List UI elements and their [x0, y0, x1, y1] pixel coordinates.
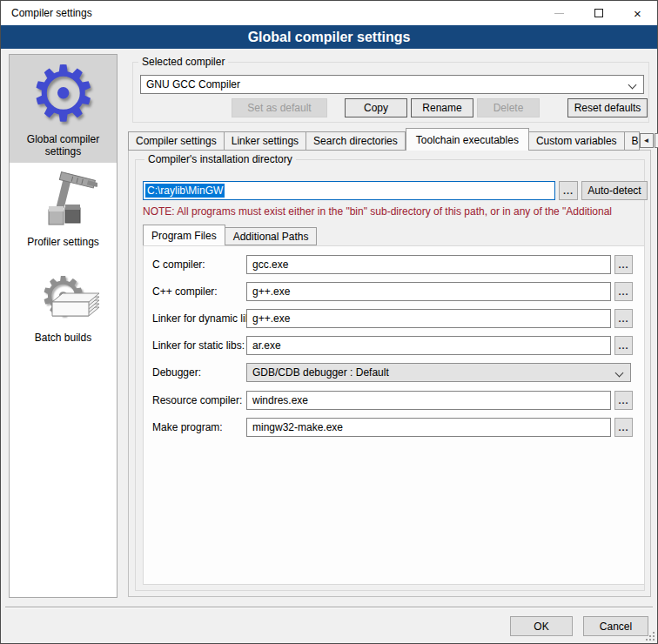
reset-defaults-button[interactable]: Reset defaults	[567, 98, 648, 117]
compiler-select-value: GNU GCC Compiler	[146, 78, 240, 91]
linker-static-browse-button[interactable]: ...	[614, 336, 633, 355]
installation-directory-browse-button[interactable]: ...	[559, 181, 578, 200]
ok-button[interactable]: OK	[510, 616, 573, 636]
resize-grip-icon[interactable]	[646, 632, 655, 641]
tab-additional-paths[interactable]: Additional Paths	[225, 227, 318, 245]
cpp-compiler-value: g++.exe	[252, 285, 290, 298]
debugger-value: GDB/CDB debugger : Default	[252, 366, 389, 379]
sidebar-item-label: Global compiler settings	[11, 133, 115, 158]
close-button[interactable]: ×	[618, 1, 657, 25]
resource-compiler-browse-button[interactable]: ...	[614, 391, 633, 410]
sidebar-item-global-compiler-settings[interactable]: ⚙ Global compiler settings	[10, 55, 117, 163]
linker-static-value: ar.exe	[252, 339, 281, 352]
delete-button[interactable]: Delete	[477, 98, 540, 117]
installation-note: NOTE: All programs must exist either in …	[143, 205, 644, 218]
footer-divider	[5, 607, 653, 608]
resource-compiler-label: Resource compiler:	[152, 394, 242, 406]
banner-title: Global compiler settings	[248, 30, 411, 45]
make-program-value: mingw32-make.exe	[252, 421, 343, 433]
c-compiler-input[interactable]: gcc.exe	[246, 255, 611, 274]
tab-linker-settings[interactable]: Linker settings	[225, 131, 306, 151]
cpp-compiler-label: C++ compiler:	[152, 285, 218, 298]
installation-directory-legend: Compiler's installation directory	[144, 153, 296, 165]
settings-sidebar: ⚙ Global compiler settings	[9, 54, 118, 598]
window-title: Compiler settings	[1, 7, 540, 19]
auto-detect-button[interactable]: Auto-detect	[581, 181, 648, 200]
installation-directory-group: Compiler's installation directory C:\ray…	[135, 159, 645, 591]
sidebar-item-label: Batch builds	[35, 332, 91, 344]
debugger-label: Debugger:	[152, 366, 201, 379]
tab-scroll-left-icon[interactable]: ◄	[640, 133, 654, 148]
linker-dynamic-input[interactable]: g++.exe	[246, 309, 611, 328]
tab-toolchain-executables[interactable]: Toolchain executables	[406, 128, 529, 151]
debugger-select[interactable]: GDB/CDB debugger : Default	[246, 363, 631, 382]
make-program-label: Make program:	[152, 421, 223, 433]
sidebar-item-profiler-settings[interactable]: Profiler settings	[10, 168, 117, 253]
program-files-page: C compiler: gcc.exe ... C++ compiler: g+…	[143, 245, 645, 585]
sidebar-item-label: Profiler settings	[27, 236, 99, 248]
resource-compiler-input[interactable]: windres.exe	[246, 391, 611, 410]
rename-button[interactable]: Rename	[411, 98, 473, 117]
resource-compiler-value: windres.exe	[252, 394, 308, 406]
c-compiler-label: C compiler:	[152, 258, 205, 271]
close-icon: ×	[634, 7, 641, 20]
installation-directory-value: C:\raylib\MinGW	[145, 184, 225, 198]
installation-directory-input[interactable]: C:\raylib\MinGW	[143, 181, 555, 200]
maximize-icon	[594, 9, 603, 17]
batch-builds-icon: ⚙	[24, 265, 103, 328]
linker-static-input[interactable]: ar.exe	[246, 336, 611, 355]
cancel-button[interactable]: Cancel	[583, 616, 648, 636]
linker-dynamic-browse-button[interactable]: ...	[614, 309, 633, 328]
make-program-browse-button[interactable]: ...	[614, 418, 633, 437]
minimize-button[interactable]	[540, 1, 579, 25]
linker-static-label: Linker for static libs:	[152, 339, 245, 352]
chevron-down-icon	[615, 369, 624, 378]
linker-dynamic-value: g++.exe	[252, 312, 290, 325]
settings-tab-strip: Compiler settings Linker settings Search…	[128, 131, 651, 151]
dialog-banner: Global compiler settings	[1, 25, 657, 49]
tab-program-files[interactable]: Program Files	[143, 225, 225, 245]
tab-build-options[interactable]: Build options	[625, 131, 640, 151]
tab-compiler-settings[interactable]: Compiler settings	[128, 131, 225, 151]
compiler-settings-dialog: Compiler settings × Global compiler sett…	[0, 0, 658, 644]
compiler-buttons-row: Set as default Copy Rename Delete Reset …	[132, 98, 648, 117]
title-bar[interactable]: Compiler settings ×	[1, 1, 657, 25]
cpp-compiler-browse-button[interactable]: ...	[614, 282, 633, 301]
set-as-default-button[interactable]: Set as default	[232, 98, 327, 117]
cpp-compiler-input[interactable]: g++.exe	[246, 282, 611, 301]
c-compiler-browse-button[interactable]: ...	[614, 255, 633, 274]
maximize-button[interactable]	[579, 1, 618, 25]
tab-search-directories[interactable]: Search directories	[306, 131, 406, 151]
toolchain-executables-page: Compiler's installation directory C:\ray…	[128, 150, 651, 597]
selected-compiler-legend: Selected compiler	[138, 56, 228, 68]
linker-dynamic-label: Linker for dynamic libs:	[152, 312, 259, 325]
tab-custom-variables[interactable]: Custom variables	[529, 131, 625, 151]
copy-button[interactable]: Copy	[345, 98, 407, 117]
minimize-icon	[554, 13, 564, 14]
make-program-input[interactable]: mingw32-make.exe	[246, 418, 611, 437]
chevron-down-icon	[628, 81, 637, 90]
sidebar-item-batch-builds[interactable]: ⚙ Batch builds	[10, 262, 117, 349]
c-compiler-value: gcc.exe	[252, 258, 288, 271]
tab-scroll-arrows: ◄ ►	[640, 133, 658, 151]
blue-gear-icon: ⚙	[29, 58, 97, 130]
tab-scroll-right-icon[interactable]: ►	[655, 133, 658, 148]
compiler-select[interactable]: GNU GCC Compiler	[140, 75, 644, 94]
caliper-icon	[30, 171, 97, 232]
program-files-tab-strip: Program Files Additional Paths	[143, 225, 317, 245]
